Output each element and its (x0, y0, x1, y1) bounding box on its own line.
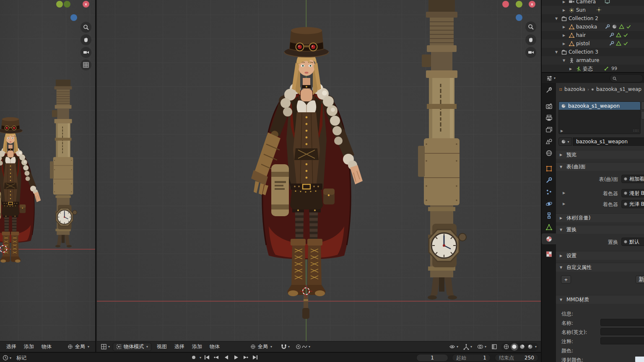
zoom-icon[interactable] (525, 21, 536, 32)
snap-toggle-button[interactable]: ▾ (280, 342, 291, 352)
breadcrumb-material[interactable]: bazooka_s1_weap (596, 86, 641, 92)
tab-particles[interactable] (542, 186, 556, 197)
camera-data-icon[interactable] (605, 0, 610, 4)
visibility-dropdown[interactable]: ▾ (448, 342, 460, 352)
diffuse-color-swatch[interactable] (635, 356, 644, 362)
timeline-marker-menu[interactable]: 标记 (13, 354, 30, 362)
menu-object[interactable]: 物体 (206, 343, 223, 350)
axis-y-ball[interactable] (516, 1, 522, 8)
rendered-icon[interactable] (527, 343, 534, 351)
xray-toggle[interactable] (490, 342, 499, 352)
search-input[interactable] (618, 76, 640, 81)
jump-to-end-button[interactable] (251, 354, 259, 361)
panel-custom-properties[interactable]: ▼ 自定义属性 (556, 263, 644, 272)
play-button[interactable] (231, 354, 240, 361)
diffuse-shader-dropdown[interactable]: 漫射 B (621, 189, 644, 197)
mmd-name-en-input[interactable] (600, 328, 644, 335)
axis-z-ball[interactable] (70, 14, 77, 21)
outliner-row-collection-2[interactable]: ▼ Collection 2 (542, 14, 644, 23)
frame-end-field[interactable]: 结束点 250 (495, 354, 538, 362)
proportional-editing-button[interactable]: ▾ (294, 342, 312, 352)
outliner-row-bazooka[interactable]: ▶ bazooka (542, 23, 644, 31)
mode-dropdown[interactable]: 物体模式 ▾ (113, 343, 151, 351)
axis-x-ball[interactable]: X (83, 1, 89, 8)
transform-orientation-dropdown[interactable]: 全局▾ (64, 343, 93, 351)
axis-y-ball[interactable] (56, 1, 63, 8)
next-keyframe-button[interactable] (241, 354, 249, 361)
bazooka-model[interactable] (418, 0, 466, 300)
disclosure-icon[interactable]: ▶ (563, 34, 569, 37)
slot-expand-icon[interactable]: ▶ (561, 129, 563, 133)
outliner-row-armature[interactable]: ▼ armature (542, 56, 644, 65)
disclosure-icon[interactable]: ▶ (569, 67, 575, 71)
tab-object-data[interactable] (542, 222, 556, 233)
menu-add[interactable]: 添加 (20, 343, 38, 350)
mmd-name-input[interactable] (600, 319, 644, 326)
vertex-group-icon[interactable] (626, 24, 631, 29)
current-frame-field[interactable]: 1 (416, 354, 448, 362)
outliner-row-hair[interactable]: ▶ hair (542, 31, 644, 39)
disclosure-icon[interactable]: ▶ (563, 25, 569, 29)
modifier-wrench-icon[interactable] (609, 32, 614, 38)
auto-key-toggle[interactable] (190, 354, 198, 361)
mesh-data-icon[interactable] (616, 32, 621, 38)
tab-object[interactable] (542, 163, 556, 174)
outliner-row-collection-3[interactable]: ▼ Collection 3 (542, 48, 644, 56)
add-slot-button[interactable] (641, 101, 644, 110)
mesh-data-icon[interactable] (616, 41, 621, 46)
properties-editor-type-button[interactable]: ▾ (545, 73, 557, 83)
mmd-comment-input[interactable] (600, 337, 644, 344)
modifier-wrench-icon[interactable] (605, 24, 610, 29)
pan-hand-icon[interactable] (525, 34, 536, 45)
overlays-dropdown[interactable]: ▾ (476, 342, 488, 352)
surface-shader-dropdown[interactable]: 相加着 (621, 175, 644, 183)
menu-view[interactable]: 视图 (153, 343, 171, 350)
axis-x-ball[interactable]: X (529, 1, 535, 8)
disclosure-icon[interactable]: ▼ (555, 17, 561, 21)
transform-orientation-dropdown[interactable]: 全局▾ (247, 343, 275, 351)
axis-z-ball[interactable] (516, 14, 522, 21)
panel-preview[interactable]: ▶ 预览 (556, 150, 644, 159)
panel-settings[interactable]: ▶ 设置 (556, 251, 644, 260)
sun-data-icon[interactable] (596, 7, 602, 13)
vertex-group-icon[interactable] (623, 41, 628, 46)
tab-scene[interactable] (542, 136, 556, 147)
character-model-small[interactable] (0, 117, 41, 263)
disclosure-icon[interactable]: ▶ (563, 8, 569, 12)
panel-surface[interactable]: ▼ 表(曲)面 (556, 162, 644, 171)
grid-icon[interactable] (80, 59, 91, 70)
panel-volume[interactable]: ▶ 体积(音量) (556, 213, 644, 222)
material-name-input[interactable]: bazooka_s1_weapon (573, 137, 644, 146)
wireframe-icon[interactable] (503, 343, 510, 351)
pan-hand-icon[interactable] (80, 34, 91, 45)
camera-view-icon[interactable] (525, 47, 536, 58)
bone-data-icon[interactable] (604, 66, 609, 71)
character-model[interactable] (251, 27, 363, 297)
disclosure-icon[interactable]: ▼ (555, 50, 561, 54)
previous-keyframe-button[interactable] (212, 354, 221, 361)
tab-modifiers[interactable] (542, 175, 556, 186)
tab-constraints[interactable] (542, 210, 556, 221)
outliner-row-sun[interactable]: ▶ Sun (542, 6, 644, 14)
displacement-dropdown[interactable]: 默认 (621, 238, 644, 246)
play-reverse-button[interactable] (222, 354, 230, 361)
menu-object[interactable]: 物体 (38, 343, 55, 350)
tab-physics[interactable] (542, 198, 556, 209)
new-property-button[interactable]: 新建 (636, 275, 644, 284)
breadcrumb-object[interactable]: bazooka (564, 86, 585, 92)
browse-material-button[interactable]: ▾ (558, 137, 572, 146)
bazooka-model-small[interactable] (50, 80, 77, 247)
vertex-group-icon[interactable] (623, 32, 628, 38)
material-data-icon[interactable] (612, 24, 617, 29)
gizmos-dropdown[interactable]: ▾ (462, 342, 473, 352)
viewport-main-canvas[interactable] (97, 0, 541, 341)
tab-material[interactable] (542, 233, 556, 244)
tab-texture[interactable] (542, 248, 556, 259)
editor-type-button[interactable]: ▾ (99, 342, 111, 352)
frame-start-field[interactable]: 起始 1 (452, 354, 491, 362)
timeline-editor-type-button[interactable]: ▾ (3, 354, 11, 362)
material-slot-row[interactable]: bazooka_s1_weapon (559, 102, 640, 110)
tab-world[interactable] (542, 147, 556, 158)
remove-slot-button[interactable] (641, 111, 644, 119)
disclosure-icon[interactable]: ▶ (563, 0, 569, 4)
